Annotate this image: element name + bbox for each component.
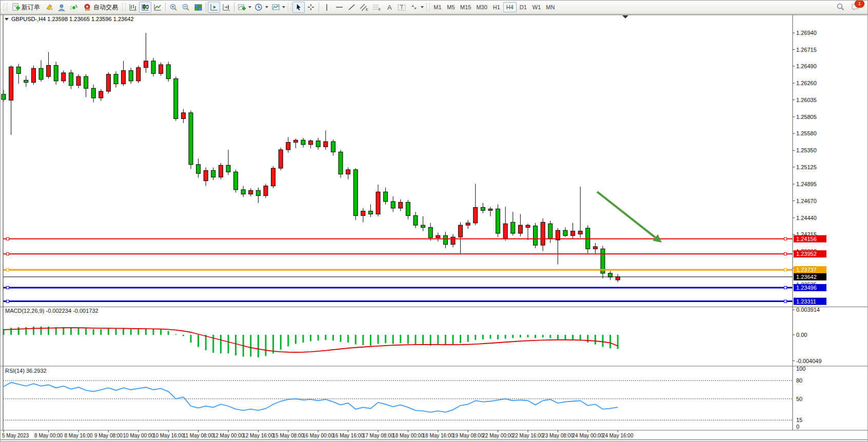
equidistant-channel-button[interactable]: E [358,2,370,13]
channel-icon: E [359,3,369,12]
line-handle[interactable] [784,300,787,303]
candlestick-chart-button[interactable] [139,2,151,13]
toolbar-group-zoom [167,1,204,14]
line-handle[interactable] [784,253,787,255]
indicators-button[interactable] [236,2,253,13]
candle-body [331,142,335,152]
candle-body [174,79,178,119]
text-letter: A [387,4,392,11]
candle-body [234,172,238,190]
indicators-icon [238,3,246,12]
chart-canvas[interactable]: 1.269401.267151.264901.262601.260351.258… [1,1,868,442]
candle-body [69,73,73,86]
candle-body [496,209,500,233]
candle-body [309,141,313,145]
macd-label: MACD(12,26,9) -0.002234 -0.001732 [5,308,98,314]
text-button[interactable]: A [383,2,396,13]
text-label-button[interactable]: T [396,2,408,13]
candle-body [293,140,298,142]
periods-button[interactable] [253,2,270,13]
line-handle[interactable] [784,286,787,289]
notifications-button[interactable]: 1 [850,2,862,13]
line-handle[interactable] [7,237,9,240]
date-axis-label: 11 May 08:00 [183,433,214,438]
candle-body [211,170,215,177]
line-chart-button[interactable] [151,2,164,13]
line-handle[interactable] [7,269,9,271]
candle-body [181,113,185,119]
candle-body [2,94,6,99]
candle-body [279,150,283,168]
timeframe-button-M1[interactable]: M1 [431,2,444,12]
arrows-button[interactable] [408,2,425,13]
chart-shift-button[interactable] [220,2,232,13]
date-axis-label: 16 May 00:00 [303,433,334,438]
rsi-axis-label: 50 [796,396,802,402]
candle-body [421,225,425,227]
toolbar-separator [165,3,166,12]
trendline-button[interactable] [345,2,358,13]
chat-bubble-icon: 1 [851,3,861,12]
candle-body [31,68,35,82]
candle-body [99,91,103,98]
new-order-button[interactable]: 新订单 [8,2,43,13]
candle-body [54,66,58,81]
date-axis-label: 12 May 00:00 [213,433,244,438]
candle-body [271,168,275,186]
line-handle[interactable] [7,286,9,289]
line-handle[interactable] [784,269,787,271]
line-price-label: 1.23737 [796,267,817,273]
signal-button[interactable] [68,2,80,13]
timeframe-button-MN[interactable]: MN [543,2,557,12]
auto-trading-button[interactable]: 自动交易 [80,2,121,13]
timeframe-button-D1[interactable]: D1 [517,2,530,12]
auto-scroll-button[interactable] [208,2,220,13]
toolbar-separator [319,3,319,12]
notification-badge: 1 [855,0,864,8]
templates-button[interactable] [270,2,287,13]
new-order-icon [11,3,20,12]
candle-body [368,211,372,214]
candle-body [361,211,365,216]
date-axis-label: 9 May 08:00 [94,433,123,438]
search-button[interactable] [834,2,846,13]
timeframe-button-M5[interactable]: M5 [444,2,458,12]
auto-trading-label: 自动交易 [93,3,118,12]
crosshair-button[interactable] [305,2,317,13]
candle-body [346,170,350,174]
vertical-line-button[interactable] [321,2,333,13]
toolbar-group-trading: 新订单 自动交易 [3,1,121,14]
candlestick-chart-icon [141,3,150,12]
cursor-icon [294,3,303,12]
candle-body [166,65,170,78]
zoom-in-button[interactable] [167,2,180,13]
line-handle[interactable] [7,253,9,255]
cursor-button[interactable] [292,2,305,13]
line-handle[interactable] [7,300,9,303]
auto-trading-icon [83,3,92,12]
zoom-out-icon [182,3,190,12]
timeframe-button-W1[interactable]: W1 [530,2,544,12]
date-axis-label: 22 May 00:00 [482,433,514,438]
timeframe-button-H1[interactable]: H1 [490,2,503,12]
rsi-axis-label: 0 [796,424,799,430]
candle-body [226,165,230,172]
styler-button[interactable] [43,2,55,13]
price-axis-label: 1.25125 [796,164,817,170]
bar-chart-button[interactable] [127,2,139,13]
timeframe-button-H4[interactable]: H4 [503,2,517,12]
timeframe-button-M30[interactable]: M30 [474,2,489,12]
zoom-out-button[interactable] [180,2,192,13]
candle-body [16,67,21,73]
price-axis-label: 1.25805 [796,114,817,120]
candle-body [503,224,507,238]
date-axis-label: 17 May 08:00 [363,433,394,438]
toolbar-group-chart-type [127,1,164,14]
price-axis-label: 1.26035 [796,97,817,103]
timeframe-button-M15[interactable]: M15 [458,2,474,12]
fibonacci-button[interactable]: F [370,2,383,13]
community-button[interactable] [55,2,68,13]
horizontal-line-button[interactable] [333,2,345,13]
line-handle[interactable] [784,237,787,240]
tile-windows-button[interactable] [192,2,204,13]
